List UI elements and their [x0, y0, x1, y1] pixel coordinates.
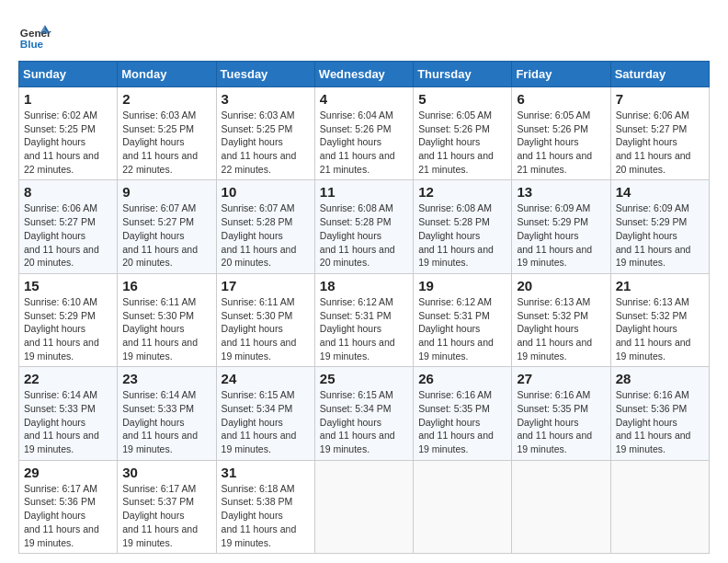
calendar-week-row: 29Sunrise: 6:17 AMSunset: 5:36 PMDayligh… [19, 460, 710, 553]
calendar-cell: 19Sunrise: 6:12 AMSunset: 5:31 PMDayligh… [414, 273, 512, 366]
calendar-header-row: SundayMondayTuesdayWednesdayThursdayFrid… [19, 62, 710, 87]
day-info: Sunrise: 6:06 AMSunset: 5:27 PMDaylight … [24, 201, 112, 269]
calendar-cell: 3Sunrise: 6:03 AMSunset: 5:25 PMDaylight… [216, 87, 314, 180]
calendar-cell: 22Sunrise: 6:14 AMSunset: 5:33 PMDayligh… [19, 367, 118, 460]
calendar-cell: 26Sunrise: 6:16 AMSunset: 5:35 PMDayligh… [414, 367, 512, 460]
calendar-cell: 12Sunrise: 6:08 AMSunset: 5:28 PMDayligh… [414, 180, 512, 273]
day-info: Sunrise: 6:08 AMSunset: 5:28 PMDaylight … [320, 201, 408, 269]
day-info: Sunrise: 6:15 AMSunset: 5:34 PMDaylight … [222, 388, 310, 455]
day-number: 28 [616, 371, 704, 386]
calendar-cell: 2Sunrise: 6:03 AMSunset: 5:25 PMDaylight… [118, 87, 216, 180]
day-number: 15 [24, 278, 112, 293]
day-number: 21 [616, 278, 704, 293]
day-number: 19 [418, 278, 506, 293]
day-info: Sunrise: 6:05 AMSunset: 5:26 PMDaylight … [418, 109, 506, 176]
day-info: Sunrise: 6:12 AMSunset: 5:31 PMDaylight … [320, 295, 408, 362]
day-number: 4 [320, 91, 408, 107]
svg-text:Blue: Blue [20, 38, 44, 50]
calendar-table: SundayMondayTuesdayWednesdayThursdayFrid… [18, 61, 710, 554]
calendar-cell: 5Sunrise: 6:05 AMSunset: 5:26 PMDaylight… [414, 87, 512, 180]
day-info: Sunrise: 6:16 AMSunset: 5:35 PMDaylight … [517, 388, 605, 455]
day-info: Sunrise: 6:13 AMSunset: 5:32 PMDaylight … [517, 295, 605, 362]
day-of-week-header: Wednesday [314, 62, 413, 87]
day-info: Sunrise: 6:18 AMSunset: 5:38 PMDaylight … [222, 482, 310, 549]
day-number: 22 [24, 371, 112, 386]
day-info: Sunrise: 6:17 AMSunset: 5:36 PMDaylight … [24, 482, 112, 549]
day-number: 12 [418, 184, 506, 200]
day-info: Sunrise: 6:12 AMSunset: 5:31 PMDaylight … [418, 295, 506, 362]
day-number: 16 [122, 278, 210, 293]
calendar-cell: 31Sunrise: 6:18 AMSunset: 5:38 PMDayligh… [216, 460, 314, 553]
day-info: Sunrise: 6:07 AMSunset: 5:27 PMDaylight … [122, 201, 210, 269]
day-info: Sunrise: 6:02 AMSunset: 5:25 PMDaylight … [24, 109, 112, 176]
calendar-cell: 4Sunrise: 6:04 AMSunset: 5:26 PMDaylight… [314, 87, 413, 180]
calendar-cell: 27Sunrise: 6:16 AMSunset: 5:35 PMDayligh… [512, 367, 610, 460]
day-info: Sunrise: 6:06 AMSunset: 5:27 PMDaylight … [616, 109, 704, 176]
calendar-cell: 15Sunrise: 6:10 AMSunset: 5:29 PMDayligh… [19, 273, 118, 366]
day-number: 17 [222, 278, 310, 293]
calendar-cell: 10Sunrise: 6:07 AMSunset: 5:28 PMDayligh… [216, 180, 314, 273]
calendar-cell: 18Sunrise: 6:12 AMSunset: 5:31 PMDayligh… [314, 273, 413, 366]
day-number: 29 [24, 465, 112, 480]
day-of-week-header: Sunday [19, 62, 118, 87]
calendar-cell [512, 460, 610, 553]
calendar-cell: 20Sunrise: 6:13 AMSunset: 5:32 PMDayligh… [512, 273, 610, 366]
day-of-week-header: Saturday [610, 62, 709, 87]
day-number: 1 [24, 91, 112, 107]
day-of-week-header: Monday [118, 62, 216, 87]
day-info: Sunrise: 6:14 AMSunset: 5:33 PMDaylight … [122, 388, 210, 455]
day-info: Sunrise: 6:14 AMSunset: 5:33 PMDaylight … [24, 388, 112, 455]
day-of-week-header: Thursday [414, 62, 512, 87]
calendar-cell: 30Sunrise: 6:17 AMSunset: 5:37 PMDayligh… [118, 460, 216, 553]
calendar-cell: 25Sunrise: 6:15 AMSunset: 5:34 PMDayligh… [314, 367, 413, 460]
day-number: 31 [222, 465, 310, 480]
day-info: Sunrise: 6:09 AMSunset: 5:29 PMDaylight … [616, 201, 704, 269]
logo: General Blue [18, 18, 51, 52]
calendar-cell: 8Sunrise: 6:06 AMSunset: 5:27 PMDaylight… [19, 180, 118, 273]
day-number: 26 [418, 371, 506, 386]
day-info: Sunrise: 6:03 AMSunset: 5:25 PMDaylight … [122, 109, 210, 176]
calendar-week-row: 22Sunrise: 6:14 AMSunset: 5:33 PMDayligh… [19, 367, 710, 460]
day-number: 27 [517, 371, 605, 386]
day-info: Sunrise: 6:16 AMSunset: 5:35 PMDaylight … [418, 388, 506, 455]
calendar-cell: 7Sunrise: 6:06 AMSunset: 5:27 PMDaylight… [610, 87, 709, 180]
day-number: 20 [517, 278, 605, 293]
day-number: 13 [517, 184, 605, 200]
calendar-cell: 14Sunrise: 6:09 AMSunset: 5:29 PMDayligh… [610, 180, 709, 273]
day-of-week-header: Tuesday [216, 62, 314, 87]
day-number: 6 [517, 91, 605, 107]
calendar-cell: 6Sunrise: 6:05 AMSunset: 5:26 PMDaylight… [512, 87, 610, 180]
day-info: Sunrise: 6:07 AMSunset: 5:28 PMDaylight … [222, 201, 310, 269]
day-info: Sunrise: 6:09 AMSunset: 5:29 PMDaylight … [517, 201, 605, 269]
day-info: Sunrise: 6:16 AMSunset: 5:36 PMDaylight … [616, 388, 704, 455]
day-info: Sunrise: 6:10 AMSunset: 5:29 PMDaylight … [24, 295, 112, 362]
day-number: 5 [418, 91, 506, 107]
day-number: 18 [320, 278, 408, 293]
day-number: 11 [320, 184, 408, 200]
calendar-cell: 28Sunrise: 6:16 AMSunset: 5:36 PMDayligh… [610, 367, 709, 460]
day-number: 7 [616, 91, 704, 107]
day-info: Sunrise: 6:13 AMSunset: 5:32 PMDaylight … [616, 295, 704, 362]
calendar-cell: 13Sunrise: 6:09 AMSunset: 5:29 PMDayligh… [512, 180, 610, 273]
day-number: 10 [222, 184, 310, 200]
calendar-cell: 23Sunrise: 6:14 AMSunset: 5:33 PMDayligh… [118, 367, 216, 460]
calendar-cell: 9Sunrise: 6:07 AMSunset: 5:27 PMDaylight… [118, 180, 216, 273]
day-number: 8 [24, 184, 112, 200]
calendar-cell [414, 460, 512, 553]
calendar-cell: 24Sunrise: 6:15 AMSunset: 5:34 PMDayligh… [216, 367, 314, 460]
day-info: Sunrise: 6:17 AMSunset: 5:37 PMDaylight … [122, 482, 210, 549]
logo-icon: General Blue [18, 18, 51, 52]
day-number: 25 [320, 371, 408, 386]
calendar-week-row: 1Sunrise: 6:02 AMSunset: 5:25 PMDaylight… [19, 87, 710, 180]
calendar-week-row: 8Sunrise: 6:06 AMSunset: 5:27 PMDaylight… [19, 180, 710, 273]
calendar-cell: 11Sunrise: 6:08 AMSunset: 5:28 PMDayligh… [314, 180, 413, 273]
calendar-week-row: 15Sunrise: 6:10 AMSunset: 5:29 PMDayligh… [19, 273, 710, 366]
day-info: Sunrise: 6:03 AMSunset: 5:25 PMDaylight … [222, 109, 310, 176]
day-number: 30 [122, 465, 210, 480]
day-number: 24 [222, 371, 310, 386]
day-info: Sunrise: 6:08 AMSunset: 5:28 PMDaylight … [418, 201, 506, 269]
day-of-week-header: Friday [512, 62, 610, 87]
calendar-cell [314, 460, 413, 553]
calendar-cell: 21Sunrise: 6:13 AMSunset: 5:32 PMDayligh… [610, 273, 709, 366]
day-info: Sunrise: 6:05 AMSunset: 5:26 PMDaylight … [517, 109, 605, 176]
